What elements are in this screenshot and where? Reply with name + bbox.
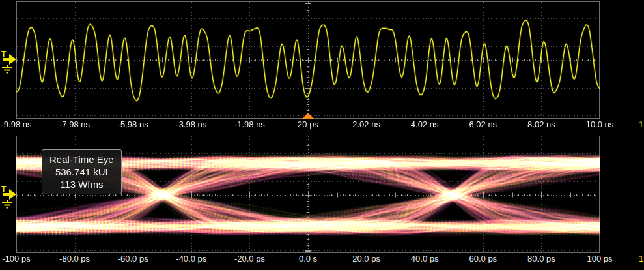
x-tick-label: -80.0 ps (59, 254, 90, 263)
oscilloscope-display: T T -9.98 ns-7.98 ns-5.98 ns-3.98 ns-1.9… (0, 0, 644, 270)
x-tick-label: 4.02 ns (411, 120, 439, 129)
x-tick-label: 0.0 s (299, 254, 317, 263)
tooltip-title: Real-Time Eye (49, 153, 114, 166)
channel-marker-icon: T (1, 48, 18, 74)
x-tick-label: 80.0 ps (527, 254, 555, 263)
channel-marker-icon: T (1, 183, 18, 209)
right-edge-clipped-label: 1 (639, 254, 643, 263)
channel-trigger-marker[interactable]: T (1, 48, 18, 74)
x-tick-label: -1.98 ns (234, 120, 265, 129)
eye-measurement-tooltip: Real-Time Eye 536.741 kUI 113 Wfms (42, 149, 122, 194)
x-tick-label: -100 ps (2, 254, 30, 263)
x-tick-label: 10.0 ns (586, 120, 614, 129)
x-tick-label: 2.02 ns (352, 120, 380, 129)
tooltip-waveform-count: 113 Wfms (49, 178, 114, 190)
x-tick-label: 100 ps (587, 254, 612, 263)
x-tick-label: -20.0 ps (234, 254, 265, 263)
x-tick-label: -7.98 ns (59, 120, 90, 129)
x-tick-label: -60.0 ps (118, 254, 148, 263)
x-tick-label: -3.98 ns (176, 120, 206, 129)
channel-letter: T (1, 185, 7, 194)
x-tick-label: 8.02 ns (527, 120, 555, 129)
x-tick-label: 60.0 ps (469, 254, 497, 263)
x-tick-label: 40.0 ps (411, 254, 439, 263)
x-tick-label: 6.02 ns (469, 120, 497, 129)
x-tick-label: -40.0 ps (176, 254, 206, 263)
tooltip-ui-count: 536.741 kUI (49, 166, 114, 178)
trigger-marker-icon[interactable] (302, 113, 314, 119)
x-tick-label: -9.98 ns (1, 120, 32, 129)
channel-trigger-marker[interactable]: T (1, 183, 18, 209)
waveform-graticule[interactable] (16, 1, 600, 119)
channel-letter: T (1, 50, 7, 59)
ground-icon (2, 65, 12, 73)
ground-icon (2, 200, 12, 208)
right-edge-clipped-label: 1 (639, 120, 643, 129)
x-tick-label: 20.0 ps (352, 254, 380, 263)
x-tick-label: 20 ps (298, 120, 318, 129)
x-tick-label: -5.98 ns (118, 120, 148, 129)
